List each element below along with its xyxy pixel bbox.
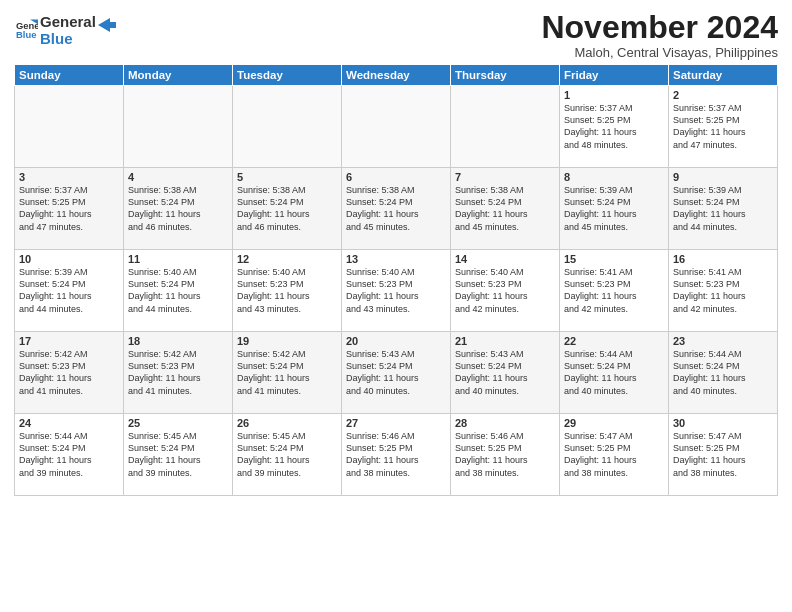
day-number: 26 [237, 417, 337, 429]
calendar-cell: 28Sunrise: 5:46 AM Sunset: 5:25 PM Dayli… [451, 414, 560, 496]
calendar-cell: 21Sunrise: 5:43 AM Sunset: 5:24 PM Dayli… [451, 332, 560, 414]
col-friday: Friday [560, 65, 669, 86]
day-number: 13 [346, 253, 446, 265]
month-title: November 2024 [541, 10, 778, 45]
day-info: Sunrise: 5:37 AM Sunset: 5:25 PM Dayligh… [19, 184, 119, 233]
calendar-week-3: 10Sunrise: 5:39 AM Sunset: 5:24 PM Dayli… [15, 250, 778, 332]
calendar-cell: 11Sunrise: 5:40 AM Sunset: 5:24 PM Dayli… [124, 250, 233, 332]
day-number: 1 [564, 89, 664, 101]
day-info: Sunrise: 5:38 AM Sunset: 5:24 PM Dayligh… [128, 184, 228, 233]
title-block: November 2024 Maloh, Central Visayas, Ph… [541, 10, 778, 60]
day-number: 6 [346, 171, 446, 183]
day-info: Sunrise: 5:39 AM Sunset: 5:24 PM Dayligh… [19, 266, 119, 315]
day-number: 25 [128, 417, 228, 429]
day-info: Sunrise: 5:38 AM Sunset: 5:24 PM Dayligh… [346, 184, 446, 233]
day-info: Sunrise: 5:44 AM Sunset: 5:24 PM Dayligh… [19, 430, 119, 479]
day-info: Sunrise: 5:43 AM Sunset: 5:24 PM Dayligh… [346, 348, 446, 397]
header: General Blue General Blue November [14, 10, 778, 60]
day-number: 19 [237, 335, 337, 347]
day-info: Sunrise: 5:44 AM Sunset: 5:24 PM Dayligh… [673, 348, 773, 397]
day-info: Sunrise: 5:37 AM Sunset: 5:25 PM Dayligh… [564, 102, 664, 151]
day-info: Sunrise: 5:44 AM Sunset: 5:24 PM Dayligh… [564, 348, 664, 397]
calendar-cell: 10Sunrise: 5:39 AM Sunset: 5:24 PM Dayli… [15, 250, 124, 332]
day-info: Sunrise: 5:43 AM Sunset: 5:24 PM Dayligh… [455, 348, 555, 397]
logo-general: General [40, 13, 96, 30]
day-info: Sunrise: 5:42 AM Sunset: 5:23 PM Dayligh… [128, 348, 228, 397]
calendar-table: Sunday Monday Tuesday Wednesday Thursday… [14, 64, 778, 496]
calendar-cell: 19Sunrise: 5:42 AM Sunset: 5:24 PM Dayli… [233, 332, 342, 414]
day-info: Sunrise: 5:42 AM Sunset: 5:24 PM Dayligh… [237, 348, 337, 397]
calendar-cell: 15Sunrise: 5:41 AM Sunset: 5:23 PM Dayli… [560, 250, 669, 332]
col-sunday: Sunday [15, 65, 124, 86]
day-number: 23 [673, 335, 773, 347]
calendar-cell: 13Sunrise: 5:40 AM Sunset: 5:23 PM Dayli… [342, 250, 451, 332]
calendar-body: 1Sunrise: 5:37 AM Sunset: 5:25 PM Daylig… [15, 86, 778, 496]
day-number: 21 [455, 335, 555, 347]
calendar-cell: 26Sunrise: 5:45 AM Sunset: 5:24 PM Dayli… [233, 414, 342, 496]
logo-icon: General Blue [16, 18, 38, 40]
day-number: 27 [346, 417, 446, 429]
day-number: 18 [128, 335, 228, 347]
calendar-week-5: 24Sunrise: 5:44 AM Sunset: 5:24 PM Dayli… [15, 414, 778, 496]
day-number: 9 [673, 171, 773, 183]
calendar-cell: 12Sunrise: 5:40 AM Sunset: 5:23 PM Dayli… [233, 250, 342, 332]
day-number: 5 [237, 171, 337, 183]
day-info: Sunrise: 5:39 AM Sunset: 5:24 PM Dayligh… [673, 184, 773, 233]
calendar-cell: 9Sunrise: 5:39 AM Sunset: 5:24 PM Daylig… [669, 168, 778, 250]
day-number: 11 [128, 253, 228, 265]
header-row: Sunday Monday Tuesday Wednesday Thursday… [15, 65, 778, 86]
logo: General Blue General Blue [14, 14, 116, 47]
day-info: Sunrise: 5:38 AM Sunset: 5:24 PM Dayligh… [455, 184, 555, 233]
day-number: 29 [564, 417, 664, 429]
calendar-cell: 6Sunrise: 5:38 AM Sunset: 5:24 PM Daylig… [342, 168, 451, 250]
day-info: Sunrise: 5:46 AM Sunset: 5:25 PM Dayligh… [455, 430, 555, 479]
calendar-cell: 16Sunrise: 5:41 AM Sunset: 5:23 PM Dayli… [669, 250, 778, 332]
day-number: 2 [673, 89, 773, 101]
calendar-page: General Blue General Blue November [0, 0, 792, 612]
day-number: 20 [346, 335, 446, 347]
calendar-cell: 7Sunrise: 5:38 AM Sunset: 5:24 PM Daylig… [451, 168, 560, 250]
day-info: Sunrise: 5:45 AM Sunset: 5:24 PM Dayligh… [128, 430, 228, 479]
col-monday: Monday [124, 65, 233, 86]
calendar-cell: 23Sunrise: 5:44 AM Sunset: 5:24 PM Dayli… [669, 332, 778, 414]
calendar-week-4: 17Sunrise: 5:42 AM Sunset: 5:23 PM Dayli… [15, 332, 778, 414]
calendar-cell: 4Sunrise: 5:38 AM Sunset: 5:24 PM Daylig… [124, 168, 233, 250]
svg-marker-3 [98, 18, 116, 32]
col-wednesday: Wednesday [342, 65, 451, 86]
day-info: Sunrise: 5:47 AM Sunset: 5:25 PM Dayligh… [673, 430, 773, 479]
day-number: 30 [673, 417, 773, 429]
calendar-cell: 22Sunrise: 5:44 AM Sunset: 5:24 PM Dayli… [560, 332, 669, 414]
calendar-cell: 17Sunrise: 5:42 AM Sunset: 5:23 PM Dayli… [15, 332, 124, 414]
day-info: Sunrise: 5:38 AM Sunset: 5:24 PM Dayligh… [237, 184, 337, 233]
calendar-cell [451, 86, 560, 168]
svg-text:Blue: Blue [16, 29, 36, 40]
col-thursday: Thursday [451, 65, 560, 86]
day-info: Sunrise: 5:37 AM Sunset: 5:25 PM Dayligh… [673, 102, 773, 151]
day-info: Sunrise: 5:40 AM Sunset: 5:23 PM Dayligh… [346, 266, 446, 315]
day-number: 8 [564, 171, 664, 183]
calendar-cell: 8Sunrise: 5:39 AM Sunset: 5:24 PM Daylig… [560, 168, 669, 250]
col-tuesday: Tuesday [233, 65, 342, 86]
day-info: Sunrise: 5:39 AM Sunset: 5:24 PM Dayligh… [564, 184, 664, 233]
calendar-cell: 1Sunrise: 5:37 AM Sunset: 5:25 PM Daylig… [560, 86, 669, 168]
calendar-cell: 24Sunrise: 5:44 AM Sunset: 5:24 PM Dayli… [15, 414, 124, 496]
calendar-cell: 18Sunrise: 5:42 AM Sunset: 5:23 PM Dayli… [124, 332, 233, 414]
day-info: Sunrise: 5:46 AM Sunset: 5:25 PM Dayligh… [346, 430, 446, 479]
calendar-cell: 3Sunrise: 5:37 AM Sunset: 5:25 PM Daylig… [15, 168, 124, 250]
calendar-header: Sunday Monday Tuesday Wednesday Thursday… [15, 65, 778, 86]
location: Maloh, Central Visayas, Philippines [541, 45, 778, 60]
day-info: Sunrise: 5:40 AM Sunset: 5:24 PM Dayligh… [128, 266, 228, 315]
day-info: Sunrise: 5:40 AM Sunset: 5:23 PM Dayligh… [237, 266, 337, 315]
day-number: 15 [564, 253, 664, 265]
calendar-cell: 25Sunrise: 5:45 AM Sunset: 5:24 PM Dayli… [124, 414, 233, 496]
day-number: 4 [128, 171, 228, 183]
calendar-cell [15, 86, 124, 168]
day-number: 22 [564, 335, 664, 347]
calendar-cell: 2Sunrise: 5:37 AM Sunset: 5:25 PM Daylig… [669, 86, 778, 168]
day-number: 3 [19, 171, 119, 183]
calendar-cell [124, 86, 233, 168]
day-number: 17 [19, 335, 119, 347]
col-saturday: Saturday [669, 65, 778, 86]
day-info: Sunrise: 5:41 AM Sunset: 5:23 PM Dayligh… [564, 266, 664, 315]
logo-arrow-icon [98, 18, 116, 32]
